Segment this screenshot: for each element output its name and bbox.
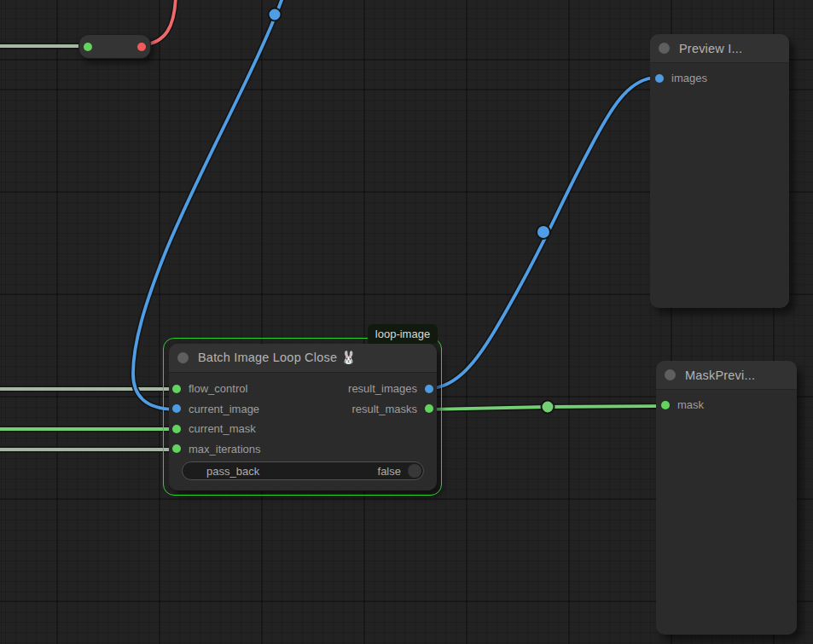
port-row: max_iterations bbox=[169, 439, 437, 460]
node-title-bar[interactable]: MaskPrevi... bbox=[656, 361, 797, 390]
port-dot-result-masks[interactable] bbox=[425, 404, 433, 413]
reroute-dot-blue-mid[interactable] bbox=[537, 225, 550, 239]
collapsed-node[interactable] bbox=[78, 34, 151, 59]
reroute-dot-green-mid[interactable] bbox=[542, 401, 555, 414]
port-row: flow_control result_images bbox=[169, 379, 437, 399]
collapse-dot-icon[interactable] bbox=[177, 352, 189, 363]
output-result-images[interactable]: result_images bbox=[348, 382, 433, 395]
toggle-knob[interactable] bbox=[408, 464, 421, 478]
port-label: max_iterations bbox=[189, 443, 261, 455]
port-row: current_image result_masks bbox=[169, 399, 437, 420]
node-title: MaskPrevi... bbox=[685, 368, 755, 382]
port-label: images bbox=[671, 72, 707, 84]
port-dot-current-image[interactable] bbox=[172, 404, 181, 413]
node-title: Preview I... bbox=[679, 42, 742, 55]
widget-name: pass_back bbox=[183, 465, 259, 478]
output-result-masks[interactable]: result_masks bbox=[351, 403, 433, 415]
node-badge: loop-image bbox=[368, 324, 438, 344]
node-title: Batch Image Loop Close 🐰 bbox=[198, 351, 357, 365]
node-preview-image[interactable]: Preview I... images bbox=[650, 34, 789, 308]
port-label: current_mask bbox=[189, 422, 256, 435]
pill-input-dot[interactable] bbox=[84, 43, 92, 51]
port-dot-result-images[interactable] bbox=[425, 385, 433, 393]
collapse-dot-icon[interactable] bbox=[665, 369, 676, 380]
reroute-dot-blue-top[interactable] bbox=[269, 9, 282, 21]
input-mask[interactable]: mask bbox=[656, 390, 797, 411]
port-label: current_image bbox=[189, 403, 259, 415]
port-label: result_images bbox=[348, 382, 417, 395]
port-dot-mask[interactable] bbox=[661, 401, 670, 409]
port-row: current_mask bbox=[169, 419, 437, 439]
input-current-image[interactable]: current_image bbox=[172, 403, 259, 415]
node-mask-preview[interactable]: MaskPrevi... mask bbox=[656, 361, 797, 635]
node-title-bar[interactable]: Preview I... bbox=[650, 34, 789, 63]
port-label: result_masks bbox=[351, 403, 417, 415]
input-flow-control[interactable]: flow_control bbox=[172, 382, 247, 395]
badge-label: loop-image bbox=[375, 328, 430, 340]
input-images[interactable]: images bbox=[650, 63, 789, 84]
widget-pass-back-toggle[interactable]: pass_back false bbox=[182, 461, 424, 480]
input-current-mask[interactable]: current_mask bbox=[172, 422, 256, 435]
node-batch-image-loop-close[interactable]: Batch Image Loop Close 🐰 flow_control re… bbox=[169, 344, 437, 490]
port-dot-current-mask[interactable] bbox=[172, 425, 181, 433]
input-max-iterations[interactable]: max_iterations bbox=[172, 443, 261, 455]
port-dot-max-iterations[interactable] bbox=[172, 444, 181, 453]
port-dot-flow-control[interactable] bbox=[172, 385, 181, 393]
pill-output-dot[interactable] bbox=[137, 43, 146, 51]
node-title-bar[interactable]: Batch Image Loop Close 🐰 bbox=[169, 344, 437, 373]
collapse-dot-icon[interactable] bbox=[659, 43, 670, 54]
port-label: mask bbox=[677, 398, 704, 411]
node-graph-canvas[interactable]: Batch Image Loop Close 🐰 flow_control re… bbox=[0, 0, 813, 644]
port-label: flow_control bbox=[189, 382, 247, 395]
port-dot-images[interactable] bbox=[655, 74, 664, 83]
